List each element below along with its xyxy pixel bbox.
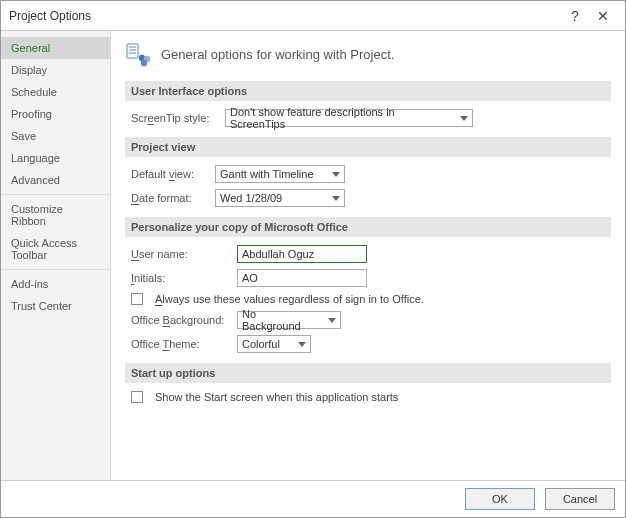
office-theme-select[interactable]: Colorful	[237, 335, 311, 353]
date-format-label: Date format:	[131, 192, 209, 204]
section-project-view: Project view	[125, 137, 611, 157]
sidebar-item-language[interactable]: Language	[1, 147, 110, 169]
chevron-down-icon	[332, 172, 340, 177]
close-button[interactable]: ✕	[589, 5, 617, 27]
dialog-footer: OK Cancel	[1, 481, 625, 517]
chevron-down-icon	[460, 116, 468, 121]
sidebar-item-display[interactable]: Display	[1, 59, 110, 81]
ok-button[interactable]: OK	[465, 488, 535, 510]
options-dialog: Project Options ? ✕ General Display Sche…	[0, 0, 626, 518]
sidebar-item-advanced[interactable]: Advanced	[1, 169, 110, 191]
date-format-select[interactable]: Wed 1/28/09	[215, 189, 345, 207]
initials-label: Initials:	[131, 272, 231, 284]
chevron-down-icon	[298, 342, 306, 347]
office-background-value: No Background	[242, 308, 316, 332]
row-show-start: Show the Start screen when this applicat…	[125, 391, 611, 403]
default-view-value: Gantt with Timeline	[220, 168, 314, 180]
screentip-value: Don't show feature descriptions in Scree…	[230, 106, 448, 130]
sidebar-item-general[interactable]: General	[1, 37, 110, 59]
section-startup: Start up options	[125, 363, 611, 383]
chevron-down-icon	[332, 196, 340, 201]
office-background-label: Office Background:	[131, 314, 231, 326]
main-panel: General options for working with Project…	[111, 31, 625, 480]
chevron-down-icon	[328, 318, 336, 323]
sidebar-item-save[interactable]: Save	[1, 125, 110, 147]
sidebar-item-proofing[interactable]: Proofing	[1, 103, 110, 125]
window-title: Project Options	[9, 9, 561, 23]
office-theme-label: Office Theme:	[131, 338, 231, 350]
sidebar-item-quick-access-toolbar[interactable]: Quick Access Toolbar	[1, 232, 110, 266]
office-background-select[interactable]: No Background	[237, 311, 341, 329]
row-screentip: ScreenTip style: Don't show feature desc…	[125, 109, 611, 127]
page-header: General options for working with Project…	[125, 41, 611, 67]
sidebar-item-customize-ribbon[interactable]: Customize Ribbon	[1, 198, 110, 232]
svg-rect-0	[127, 44, 138, 58]
row-office-background: Office Background: No Background	[125, 311, 611, 329]
row-user-name: User name: Abdullah Oguz	[125, 245, 611, 263]
titlebar: Project Options ? ✕	[1, 1, 625, 31]
always-use-checkbox[interactable]	[131, 293, 143, 305]
user-name-value: Abdullah Oguz	[242, 248, 314, 260]
category-sidebar: General Display Schedule Proofing Save L…	[1, 31, 111, 480]
cancel-button[interactable]: Cancel	[545, 488, 615, 510]
section-personalize: Personalize your copy of Microsoft Offic…	[125, 217, 611, 237]
help-button[interactable]: ?	[561, 5, 589, 27]
sidebar-separator	[1, 269, 110, 270]
row-office-theme: Office Theme: Colorful	[125, 335, 611, 353]
general-options-icon	[125, 41, 151, 67]
initials-value: AO	[242, 272, 258, 284]
sidebar-separator	[1, 194, 110, 195]
row-default-view: Default view: Gantt with Timeline	[125, 165, 611, 183]
default-view-select[interactable]: Gantt with Timeline	[215, 165, 345, 183]
user-name-label: User name:	[131, 248, 231, 260]
always-use-label: Always use these values regardless of si…	[155, 293, 424, 305]
page-heading: General options for working with Project…	[161, 47, 394, 62]
row-initials: Initials: AO	[125, 269, 611, 287]
show-start-checkbox[interactable]	[131, 391, 143, 403]
default-view-label: Default view:	[131, 168, 209, 180]
user-name-input[interactable]: Abdullah Oguz	[237, 245, 367, 263]
date-format-value: Wed 1/28/09	[220, 192, 282, 204]
dialog-body: General Display Schedule Proofing Save L…	[1, 31, 625, 481]
sidebar-item-schedule[interactable]: Schedule	[1, 81, 110, 103]
section-ui-options: User Interface options	[125, 81, 611, 101]
screentip-select[interactable]: Don't show feature descriptions in Scree…	[225, 109, 473, 127]
row-date-format: Date format: Wed 1/28/09	[125, 189, 611, 207]
screentip-label: ScreenTip style:	[131, 112, 219, 124]
show-start-label: Show the Start screen when this applicat…	[155, 391, 398, 403]
office-theme-value: Colorful	[242, 338, 280, 350]
initials-input[interactable]: AO	[237, 269, 367, 287]
row-always-use: Always use these values regardless of si…	[125, 293, 611, 305]
sidebar-item-trust-center[interactable]: Trust Center	[1, 295, 110, 317]
svg-point-6	[141, 60, 147, 66]
sidebar-item-add-ins[interactable]: Add-ins	[1, 273, 110, 295]
